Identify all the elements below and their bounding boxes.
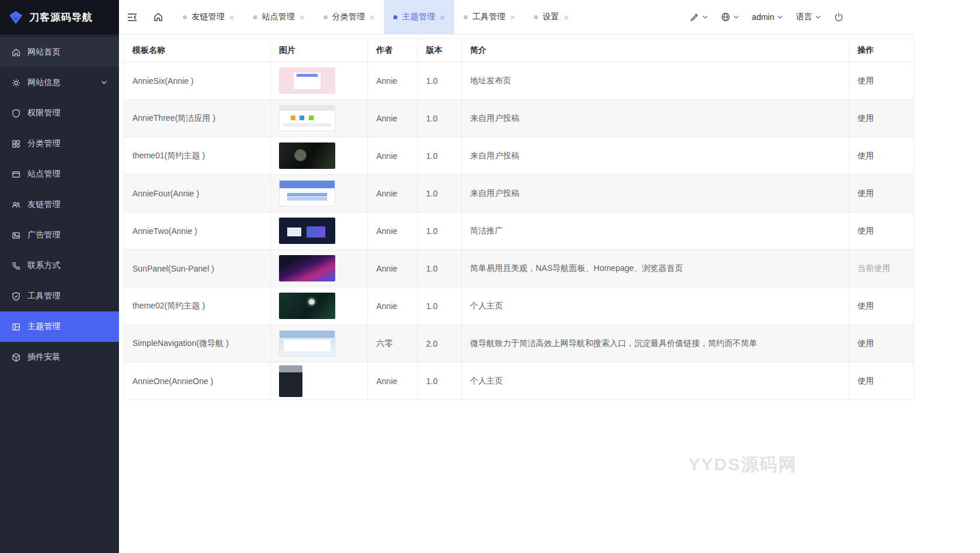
close-icon[interactable]: × xyxy=(370,13,375,22)
col-header-desc: 简介 xyxy=(462,39,849,62)
sidebar-item-themes[interactable]: 主题管理 xyxy=(0,311,119,342)
language-menu[interactable]: 语言 xyxy=(790,0,828,35)
template-version: 1.0 xyxy=(418,212,462,250)
template-author: Annie xyxy=(368,175,418,212)
close-icon[interactable]: × xyxy=(300,13,305,22)
template-author: Annie xyxy=(368,287,418,325)
template-desc: 个人主页 xyxy=(462,287,849,325)
app-logo: 刀客源码导航 xyxy=(0,0,119,35)
brush-icon xyxy=(690,12,699,22)
sidebar-item-sites[interactable]: 站点管理 xyxy=(0,159,119,189)
sidebar-item-ads[interactable]: 广告管理 xyxy=(0,220,119,250)
template-author: Annie xyxy=(368,212,418,250)
sidebar-item-tools[interactable]: 工具管理 xyxy=(0,281,119,311)
template-thumbnail xyxy=(279,330,335,357)
tab-dot xyxy=(183,15,187,19)
sidebar-item-friend-links[interactable]: 友链管理 xyxy=(0,189,119,220)
template-desc: 来自用户投稿 xyxy=(462,137,849,175)
template-thumbnail xyxy=(279,218,335,244)
template-name: theme02(简约主题 ) xyxy=(124,287,271,325)
use-button[interactable]: 使用 xyxy=(858,226,874,235)
sidebar-item-categories[interactable]: 分类管理 xyxy=(0,128,119,159)
image-icon xyxy=(12,231,21,240)
tab-sites[interactable]: 站点管理 × xyxy=(244,0,314,34)
tab-label: 站点管理 xyxy=(262,12,295,22)
user-menu[interactable]: admin xyxy=(746,0,790,35)
use-button[interactable]: 使用 xyxy=(858,338,874,348)
sidebar-item-label: 网站信息 xyxy=(28,77,60,88)
table-row: AnnieFour(Annie ) Annie 1.0 来自用户投稿 使用 xyxy=(124,175,914,212)
chevron-down-icon xyxy=(101,80,107,85)
home-icon[interactable] xyxy=(145,0,171,34)
close-icon[interactable]: × xyxy=(510,13,515,22)
col-header-author: 作者 xyxy=(368,39,418,62)
use-button[interactable]: 使用 xyxy=(858,188,874,198)
template-version: 1.0 xyxy=(418,137,462,175)
lock-screen-icon[interactable] xyxy=(828,0,850,35)
close-icon[interactable]: × xyxy=(564,13,569,22)
sidebar-item-plugins[interactable]: 插件安装 xyxy=(0,342,119,372)
home-icon xyxy=(12,48,21,57)
tab-dot xyxy=(534,15,538,19)
sidebar-item-site-info[interactable]: 网站信息 xyxy=(0,67,119,98)
sidebar-item-label: 主题管理 xyxy=(28,321,60,332)
user-name: admin xyxy=(752,12,774,22)
shield-check-icon xyxy=(12,292,21,301)
close-icon[interactable]: × xyxy=(229,13,234,22)
sidebar-item-label: 网站首页 xyxy=(28,47,60,57)
template-version: 1.0 xyxy=(418,287,462,325)
col-header-version: 版本 xyxy=(418,39,462,62)
template-name: AnnieFour(Annie ) xyxy=(124,175,271,212)
skin-switcher[interactable] xyxy=(683,0,714,35)
package-icon xyxy=(12,353,21,362)
tab-categories[interactable]: 分类管理 × xyxy=(314,0,384,34)
sidebar-item-home[interactable]: 网站首页 xyxy=(0,37,119,67)
tab-themes[interactable]: 主题管理 × xyxy=(384,0,454,34)
sidebar-menu: 网站首页 网站信息 权限管理 分类管理 站点管理 友链管理 xyxy=(0,35,119,372)
template-name: AnnieTwo(Annie ) xyxy=(124,212,271,250)
sidebar-item-label: 联系方式 xyxy=(28,260,60,271)
close-icon[interactable]: × xyxy=(440,13,445,22)
gear-icon xyxy=(12,79,21,87)
tab-friend-links[interactable]: 友链管理 × xyxy=(173,0,244,34)
template-desc: 地址发布页 xyxy=(462,62,849,100)
main-area: 友链管理 × 站点管理 × 分类管理 × 主题管理 × xyxy=(119,0,914,553)
sidebar-item-label: 分类管理 xyxy=(28,138,60,149)
tab-label: 设置 xyxy=(543,12,559,22)
current-use-label: 当前使用 xyxy=(858,263,890,273)
template-thumbnail xyxy=(279,180,335,206)
template-name: theme01(简约主题 ) xyxy=(124,137,271,175)
template-version: 1.0 xyxy=(418,100,462,137)
globe-icon xyxy=(721,12,730,22)
template-thumbnail xyxy=(279,67,335,94)
template-thumbnail xyxy=(279,293,335,319)
tab-settings[interactable]: 设置 × xyxy=(525,0,579,34)
site-link-menu[interactable] xyxy=(714,0,746,35)
template-author: Annie xyxy=(368,362,418,400)
app-title: 刀客源码导航 xyxy=(29,11,93,24)
template-author: Annie xyxy=(368,137,418,175)
users-icon xyxy=(12,201,21,209)
template-name: SunPanel(Sun-Panel ) xyxy=(124,250,271,287)
sidebar-item-permissions[interactable]: 权限管理 xyxy=(0,98,119,128)
use-button[interactable]: 使用 xyxy=(858,113,874,123)
table-row: AnnieTwo(Annie ) Annie 1.0 简洁推广 使用 xyxy=(124,212,914,250)
template-thumbnail xyxy=(279,255,335,281)
use-button[interactable]: 使用 xyxy=(858,376,874,385)
template-name: AnnieOne(AnnieOne ) xyxy=(124,362,271,400)
sidebar-item-label: 权限管理 xyxy=(28,108,60,118)
use-button[interactable]: 使用 xyxy=(858,301,874,310)
collapse-sidebar-icon[interactable] xyxy=(119,0,145,34)
template-desc: 微导航致力于简洁高效上网导航和搜索入口，沉淀最具价值链接，简约而不简单 xyxy=(462,325,849,362)
sidebar-item-label: 工具管理 xyxy=(28,291,60,301)
sidebar-item-contact[interactable]: 联系方式 xyxy=(0,250,119,281)
use-button[interactable]: 使用 xyxy=(858,76,874,85)
template-desc: 来自用户投稿 xyxy=(462,175,849,212)
use-button[interactable]: 使用 xyxy=(858,151,874,160)
sidebar-item-label: 站点管理 xyxy=(28,169,60,179)
tab-dot xyxy=(393,15,397,19)
template-version: 1.0 xyxy=(418,250,462,287)
tab-tools[interactable]: 工具管理 × xyxy=(454,0,525,34)
table-row: AnnieSix(Annie ) Annie 1.0 地址发布页 使用 xyxy=(124,62,914,100)
chevron-down-icon xyxy=(733,15,739,19)
